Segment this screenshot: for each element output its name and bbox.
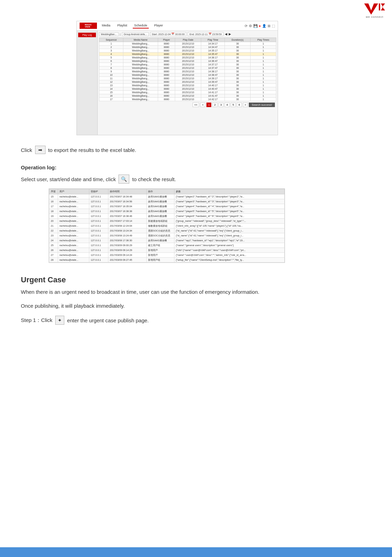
nav-media[interactable]: Media <box>100 23 112 29</box>
op-cell-user: rachelxu@viate... <box>58 238 89 243</box>
cell-times: 1 <box>251 56 276 59</box>
cell-date: 2015/12/10 <box>175 73 201 77</box>
save-icon[interactable]: 💾 <box>253 24 258 28</box>
app-nav: Media Playlist Schedule Player <box>100 23 241 29</box>
op-cell-time: 2017/03/07 16:38:38 <box>108 209 147 214</box>
app-header-icons: ⟳ ⚙ 💾 ♦ 👤 ⊞ ⬚ <box>245 24 275 28</box>
op-cell-time: 2017/03/09 09:14:29 <box>108 248 147 253</box>
page-4[interactable]: 4 <box>224 103 229 107</box>
step1-suffix: enter the urgent case publish page. <box>67 317 149 323</box>
cell-times: 1 <box>251 53 276 56</box>
click-prefix: Click <box>21 147 32 153</box>
op-cell-action: 啟用SAAS播放機 <box>147 209 174 214</box>
cell-seq: 17 <box>99 98 123 101</box>
cell-date: 2015/12/10 <box>175 49 201 53</box>
table-row: 17 WeddingBang... 8880 2015/12/10 14:42:… <box>99 98 276 101</box>
table-row: 13 WeddingBang... 8880 2015/12/10 14:40:… <box>99 84 276 87</box>
select-instruction: Select user, start/end date and time, cl… <box>21 175 371 184</box>
cell-times: 1 <box>251 66 276 70</box>
group-filter[interactable]: WeddingBan... <box>99 32 119 36</box>
cell-time: 14:39:17 <box>201 77 225 80</box>
end-filter[interactable]: End: 2015-12-11 📅 23:59:59 <box>188 32 223 36</box>
cell-time: 14:37:17 <box>201 63 225 66</box>
op-cell-user: rachelxu@viate... <box>58 243 89 248</box>
nav-player[interactable]: Player <box>153 23 165 29</box>
gear-button-icon[interactable]: ✦ <box>55 316 64 325</box>
op-cell-action: 啟用SAAS播放機 <box>147 214 174 219</box>
cell-times: 1 <box>251 59 276 63</box>
pagination-bar: << < 1 2 3 4 5 6 > Search success! <box>99 101 276 108</box>
op-cell-params: {"id_name":{"id":42,"name":"videowall"},… <box>174 228 285 233</box>
search-button-icon[interactable]: 🔍 <box>119 175 129 184</box>
sidebar-play-log[interactable]: Play Log <box>78 33 96 37</box>
filter-arrow2[interactable]: ▶ <box>229 32 231 36</box>
op-cell-seq: 15 <box>49 194 58 199</box>
cell-name: WeddingBang... <box>123 53 158 56</box>
op-cell-action: 啟用SAAS播放機 <box>147 238 174 243</box>
cal-icon2: 📅 <box>209 33 212 35</box>
table-row: 19 rachelxu@viate... 127.0.0.1 2017/03/0… <box>49 214 285 219</box>
cell-player: 8880 <box>158 59 175 63</box>
cell-duration: 30 <box>224 56 250 59</box>
cell-date: 2015/12/10 <box>175 66 201 70</box>
op-cell-time: 2017/03/08 17:36:30 <box>108 238 147 243</box>
settings-icon[interactable]: ⚙ <box>249 24 252 28</box>
page-6[interactable]: 6 <box>237 103 242 107</box>
cell-name: WeddingBang... <box>123 80 158 84</box>
cell-duration: 30 <box>224 46 250 49</box>
op-cell-seq: 17 <box>49 204 58 209</box>
cell-seq: 8 <box>99 66 123 70</box>
logo-area: we connect <box>364 3 385 18</box>
op-cell-action: 選購SOC分組的意思 <box>147 228 174 233</box>
op-cell-seq: 23 <box>49 233 58 238</box>
cell-name: WeddingBang... <box>123 63 158 66</box>
group-value[interactable]: Group:Android defa... <box>122 32 149 36</box>
table-row: 21 rachelxu@viate... 127.0.0.1 2017/03/0… <box>49 224 285 228</box>
op-cell-seq: 26 <box>49 248 58 253</box>
logout-icon[interactable]: ⬚ <box>272 24 275 28</box>
alert-icon[interactable]: ♦ <box>259 24 261 28</box>
cell-player: 8880 <box>158 42 175 46</box>
cell-player: 8880 <box>158 66 175 70</box>
op-log-table: 序號 用戶 登錄IP 操作時間 操作 參數 15 rachelxu@viate.… <box>49 189 285 263</box>
op-cell-seq: 25 <box>49 243 58 248</box>
page-next[interactable]: > <box>243 103 248 107</box>
export-button-icon[interactable]: ➡ <box>35 146 46 154</box>
cell-times: 1 <box>251 70 276 73</box>
op-cell-user: rachelxu@viate... <box>58 228 89 233</box>
col-play-time: Play Time <box>201 38 225 42</box>
table-row: 20 rachelxu@viate... 127.0.0.1 2017/03/0… <box>49 219 285 224</box>
table-row: 18 rachelxu@viate... 127.0.0.1 2017/03/0… <box>49 209 285 214</box>
op-cell-ip: 127.0.0.1 <box>89 214 108 219</box>
page-3[interactable]: 3 <box>219 103 223 107</box>
op-cell-params: {"group_name":"videowall","group_desc":"… <box>174 219 285 224</box>
cell-time: 14:41:17 <box>201 91 225 94</box>
page-2[interactable]: 2 <box>212 103 217 107</box>
operation-log-section: Operation log: Select user, start/end da… <box>21 164 371 263</box>
page-1[interactable]: 1 <box>206 103 211 107</box>
cell-time: 14:42:17 <box>201 98 225 101</box>
op-cell-user: rachelxu@viate... <box>58 219 89 224</box>
nav-playlist[interactable]: Playlist <box>116 23 129 29</box>
start-filter[interactable]: Start: 2015-12-04 📅 00:00:00 <box>150 32 187 36</box>
start-label: Start: <box>152 33 158 35</box>
filter-arrow1[interactable]: ◀ <box>225 32 227 36</box>
refresh-icon[interactable]: ⟳ <box>245 24 247 28</box>
table-row: 6 WeddingBang... 8880 2015/12/10 14:36:4… <box>99 59 276 63</box>
op-cell-seq: 16 <box>49 199 58 204</box>
cell-player: 8880 <box>158 73 175 77</box>
app-main: WeddingBan... | Group:Android defa... St… <box>98 31 278 135</box>
user-icon[interactable]: 👤 <box>262 24 266 28</box>
page-5[interactable]: 5 <box>231 103 236 107</box>
op-col-action: 操作 <box>147 189 174 194</box>
cell-time: 14:40:47 <box>201 87 225 91</box>
op-cell-time: 2017/03/07 17:03:14 <box>108 219 147 224</box>
table-row: 27 rachelxu@viate... 127.0.0.1 2017/03/0… <box>49 253 285 258</box>
nav-schedule[interactable]: Schedule <box>133 23 149 29</box>
page-prev[interactable]: < <box>200 103 205 107</box>
cell-time: 14:41:47 <box>201 94 225 98</box>
cell-player: 8880 <box>158 87 175 91</box>
page-first[interactable]: << <box>193 103 199 107</box>
op-cell-time: 2017/03/09 09:14:24 <box>108 253 147 258</box>
grid-icon[interactable]: ⊞ <box>268 24 270 28</box>
